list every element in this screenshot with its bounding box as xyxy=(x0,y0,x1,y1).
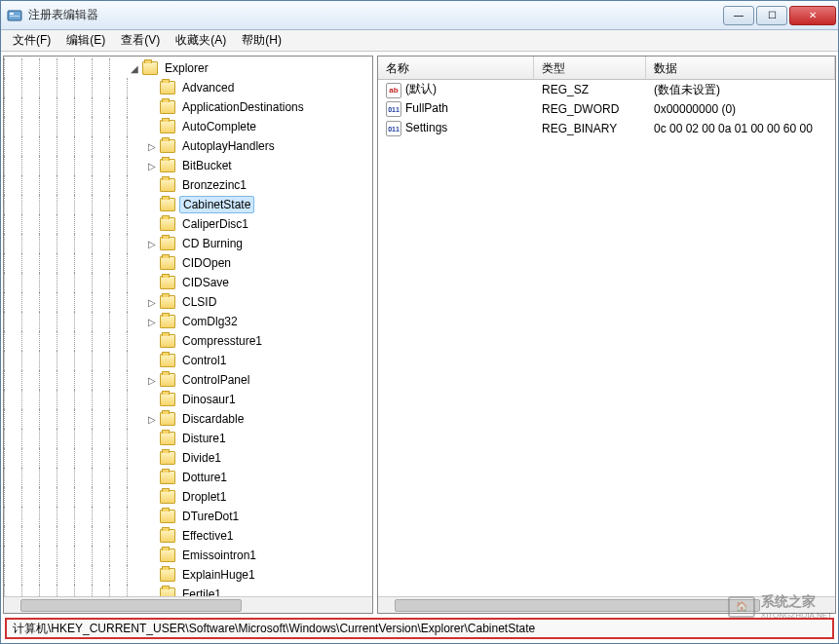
tree-label: Control1 xyxy=(179,353,229,368)
tree-item[interactable]: Emissointron1 xyxy=(4,546,372,565)
collapse-icon[interactable]: ◢ xyxy=(129,62,140,74)
value-row[interactable]: 011SettingsREG_BINARY0c 00 02 00 0a 01 0… xyxy=(378,119,835,138)
value-name: FullPath xyxy=(405,101,448,115)
tree-item[interactable]: Dotture1 xyxy=(4,468,372,487)
tree-label: Divide1 xyxy=(179,450,224,466)
tree-item[interactable]: Droplet1 xyxy=(4,487,372,507)
folder-icon xyxy=(160,120,175,133)
menu-file[interactable]: 文件(F) xyxy=(5,30,58,51)
values-hscrollbar[interactable] xyxy=(378,596,835,613)
value-type: REG_SZ xyxy=(534,83,646,96)
expand-placeholder xyxy=(146,179,158,191)
tree-item[interactable]: Compressture1 xyxy=(4,331,372,351)
folder-icon xyxy=(160,412,175,426)
expand-placeholder xyxy=(146,530,158,542)
col-header-type[interactable]: 类型 xyxy=(534,57,646,79)
menu-favorites[interactable]: 收藏夹(A) xyxy=(168,30,234,51)
folder-icon xyxy=(160,451,175,465)
tree-item[interactable]: CaliperDisc1 xyxy=(4,214,372,234)
binary-value-icon: 011 xyxy=(386,101,401,117)
tree-label: Emissointron1 xyxy=(179,548,259,563)
minimize-button[interactable]: — xyxy=(723,6,754,25)
tree-item[interactable]: Advanced xyxy=(4,78,372,97)
tree-item[interactable]: Disture1 xyxy=(4,429,372,448)
value-data: 0c 00 02 00 0a 01 00 00 60 00 xyxy=(646,122,835,135)
tree-item-explorer[interactable]: ◢Explorer xyxy=(4,58,372,78)
tree-hscrollbar[interactable] xyxy=(4,596,372,613)
registry-tree: ◢ExplorerAdvancedApplicationDestinations… xyxy=(4,57,372,596)
tree-scroll[interactable]: ◢ExplorerAdvancedApplicationDestinations… xyxy=(4,57,372,596)
value-row[interactable]: 011FullPathREG_DWORD0x00000000 (0) xyxy=(378,99,835,119)
tree-label: CIDOpen xyxy=(179,255,234,271)
expand-icon[interactable]: ▷ xyxy=(146,413,158,425)
value-type: REG_BINARY xyxy=(534,122,646,135)
maximize-button[interactable]: ☐ xyxy=(756,6,787,25)
expand-icon[interactable]: ▷ xyxy=(146,160,158,171)
expand-placeholder xyxy=(146,511,158,522)
tree-item[interactable]: Effective1 xyxy=(4,526,372,546)
folder-icon xyxy=(160,471,175,484)
value-name-cell: ab(默认) xyxy=(378,81,534,98)
folder-icon xyxy=(160,568,175,582)
col-header-name[interactable]: 名称 xyxy=(378,57,534,79)
folder-icon xyxy=(160,354,175,367)
folder-icon xyxy=(160,139,175,153)
tree-item[interactable]: Control1 xyxy=(4,351,372,370)
tree-item[interactable]: CIDSave xyxy=(4,273,372,292)
binary-value-icon: 011 xyxy=(386,121,401,136)
expand-placeholder xyxy=(146,218,158,230)
expand-icon[interactable]: ▷ xyxy=(146,374,158,386)
expand-placeholder xyxy=(146,472,158,483)
col-header-data[interactable]: 数据 xyxy=(646,57,835,79)
value-row[interactable]: ab(默认)REG_SZ(数值未设置) xyxy=(378,80,835,99)
folder-icon xyxy=(160,510,175,523)
value-name-cell: 011Settings xyxy=(378,121,534,137)
tree-item[interactable]: ▷Discardable xyxy=(4,409,372,429)
expand-icon[interactable]: ▷ xyxy=(146,238,158,249)
tree-item[interactable]: AutoComplete xyxy=(4,117,372,136)
folder-icon xyxy=(160,587,175,596)
menu-view[interactable]: 查看(V) xyxy=(113,30,168,51)
tree-item[interactable]: ▷CLSID xyxy=(4,292,372,312)
tree-item[interactable]: ▷AutoplayHandlers xyxy=(4,136,372,156)
values-list[interactable]: ab(默认)REG_SZ(数值未设置)011FullPathREG_DWORD0… xyxy=(378,80,835,596)
tree-item[interactable]: Fertile1 xyxy=(4,585,372,596)
tree-label: AutoComplete xyxy=(179,119,259,134)
tree-label: ComDlg32 xyxy=(179,314,241,329)
tree-item[interactable]: ApplicationDestinations xyxy=(4,97,372,117)
main-body: ◢ExplorerAdvancedApplicationDestinations… xyxy=(1,52,838,618)
value-data: 0x00000000 (0) xyxy=(646,102,835,116)
expand-placeholder xyxy=(146,335,158,347)
expand-placeholder xyxy=(146,199,158,210)
folder-icon xyxy=(160,256,175,270)
tree-item[interactable]: ▷BitBucket xyxy=(4,156,372,175)
tree-item[interactable]: DTureDot1 xyxy=(4,507,372,526)
tree-item[interactable]: CabinetState xyxy=(4,195,372,214)
expand-icon[interactable]: ▷ xyxy=(146,296,158,308)
tree-item[interactable]: ExplainHuge1 xyxy=(4,565,372,585)
menu-edit[interactable]: 编辑(E) xyxy=(58,30,113,51)
close-button[interactable]: ✕ xyxy=(789,6,836,25)
tree-label: AutoplayHandlers xyxy=(179,138,278,154)
tree-item[interactable]: ▷ComDlg32 xyxy=(4,312,372,331)
svg-rect-1 xyxy=(10,13,14,15)
expand-placeholder xyxy=(146,452,158,464)
expand-icon[interactable]: ▷ xyxy=(146,316,158,327)
tree-item[interactable]: CIDOpen xyxy=(4,253,372,273)
tree-label: CabinetState xyxy=(179,196,254,213)
tree-item[interactable]: ▷ControlPanel xyxy=(4,370,372,390)
tree-item[interactable]: ▷CD Burning xyxy=(4,234,372,253)
registry-editor-window: 注册表编辑器 — ☐ ✕ 文件(F) 编辑(E) 查看(V) 收藏夹(A) 帮助… xyxy=(0,0,839,644)
value-name-cell: 011FullPath xyxy=(378,101,534,118)
menubar: 文件(F) 编辑(E) 查看(V) 收藏夹(A) 帮助(H) xyxy=(1,30,838,52)
folder-icon xyxy=(160,295,175,309)
menu-help[interactable]: 帮助(H) xyxy=(234,30,289,51)
folder-icon xyxy=(160,490,175,504)
expand-placeholder xyxy=(146,433,158,444)
tree-label: ControlPanel xyxy=(179,372,252,388)
folder-icon xyxy=(160,373,175,387)
tree-item[interactable]: Dinosaur1 xyxy=(4,390,372,409)
expand-icon[interactable]: ▷ xyxy=(146,140,158,152)
tree-item[interactable]: Divide1 xyxy=(4,448,372,468)
tree-item[interactable]: Bronzezinc1 xyxy=(4,175,372,195)
